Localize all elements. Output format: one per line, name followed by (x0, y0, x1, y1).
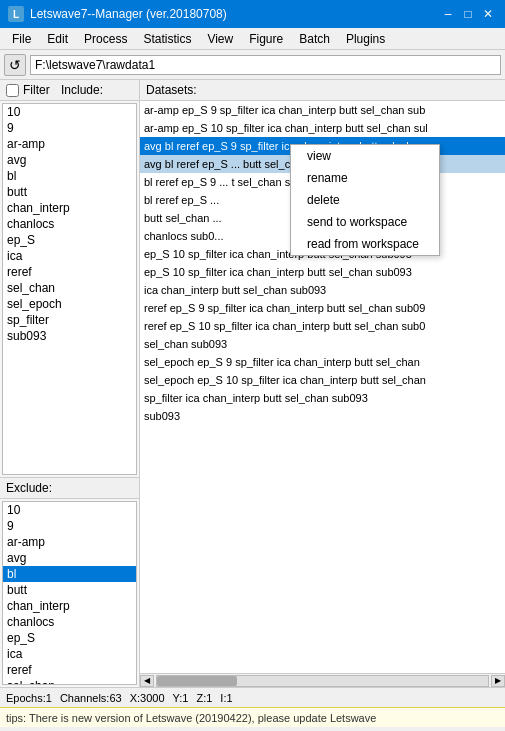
title-bar: L Letswave7--Manager (ver.20180708) – □ … (0, 0, 505, 28)
app-icon: L (8, 6, 24, 22)
dataset-item[interactable]: reref ep_S 10 sp_filter ica chan_interp … (140, 317, 505, 335)
exclude-list-item[interactable]: chanlocs (3, 614, 136, 630)
datasets-label: Datasets: (146, 83, 197, 97)
include-list-item[interactable]: ep_S (3, 232, 136, 248)
main-area: Filter Include: 109ar-ampavgblbuttchan_i… (0, 80, 505, 687)
dataset-item[interactable]: sel_epoch ep_S 10 sp_filter ica chan_int… (140, 371, 505, 389)
include-list-item[interactable]: reref (3, 264, 136, 280)
context-menu-item-delete[interactable]: delete (291, 189, 439, 211)
right-panel: Datasets: ar-amp ep_S 9 sp_filter ica ch… (140, 80, 505, 687)
h-scrollbar-track[interactable] (156, 675, 489, 687)
include-list-item[interactable]: sub093 (3, 328, 136, 344)
i-stat: I:1 (220, 692, 232, 704)
maximize-button[interactable]: □ (459, 5, 477, 23)
scroll-right-button[interactable]: ▶ (491, 675, 505, 687)
include-list-item[interactable]: ica (3, 248, 136, 264)
menu-item-figure[interactable]: Figure (241, 30, 291, 48)
include-section: Filter Include: 109ar-ampavgblbuttchan_i… (0, 80, 139, 477)
title-controls: – □ ✕ (439, 5, 497, 23)
exclude-section: Exclude: 109ar-ampavgblbuttchan_interpch… (0, 477, 139, 687)
include-list-item[interactable]: bl (3, 168, 136, 184)
dataset-item[interactable]: reref ep_S 9 sp_filter ica chan_interp b… (140, 299, 505, 317)
context-menu-item-send-to-workspace[interactable]: send to workspace (291, 211, 439, 233)
context-menu-item-view[interactable]: view (291, 145, 439, 167)
filter-checkbox[interactable] (6, 84, 19, 97)
exclude-label: Exclude: (6, 481, 52, 495)
context-menu-item-rename[interactable]: rename (291, 167, 439, 189)
include-list-item[interactable]: chan_interp (3, 200, 136, 216)
datasets-header: Datasets: (140, 80, 505, 101)
tips-bar: tips: There is new version of Letswave (… (0, 707, 505, 727)
include-list-item[interactable]: avg (3, 152, 136, 168)
context-menu-item-read-from-workspace[interactable]: read from workspace (291, 233, 439, 255)
dataset-item[interactable]: sel_epoch ep_S 9 sp_filter ica chan_inte… (140, 353, 505, 371)
left-panel: Filter Include: 109ar-ampavgblbuttchan_i… (0, 80, 140, 687)
menu-item-batch[interactable]: Batch (291, 30, 338, 48)
status-bar: Epochs:1 Channels:63 X:3000 Y:1 Z:1 I:1 (0, 687, 505, 707)
menu-item-plugins[interactable]: Plugins (338, 30, 393, 48)
include-list-item[interactable]: ar-amp (3, 136, 136, 152)
title-bar-left: L Letswave7--Manager (ver.20180708) (8, 6, 227, 22)
toolbar: ↺ (0, 50, 505, 80)
menu-item-view[interactable]: View (199, 30, 241, 48)
exclude-list-item[interactable]: 9 (3, 518, 136, 534)
scroll-left-button[interactable]: ◀ (140, 675, 154, 687)
include-label: Include: (61, 83, 103, 97)
exclude-list-item[interactable]: ar-amp (3, 534, 136, 550)
dataset-item[interactable]: ica chan_interp butt sel_chan sub093 (140, 281, 505, 299)
menu-item-process[interactable]: Process (76, 30, 135, 48)
include-list-item[interactable]: sel_chan (3, 280, 136, 296)
channels-stat: Channels:63 (60, 692, 122, 704)
back-button[interactable]: ↺ (4, 54, 26, 76)
context-menu: viewrenamedeletesend to workspaceread fr… (290, 144, 440, 256)
dataset-item[interactable]: sub093 (140, 407, 505, 425)
title-text: Letswave7--Manager (ver.20180708) (30, 7, 227, 21)
dataset-item[interactable]: ar-amp ep_S 10 sp_filter ica chan_interp… (140, 119, 505, 137)
exclude-list-item[interactable]: sel_chan (3, 678, 136, 685)
include-list-item[interactable]: chanlocs (3, 216, 136, 232)
exclude-list-item[interactable]: ep_S (3, 630, 136, 646)
dataset-item[interactable]: sel_chan sub093 (140, 335, 505, 353)
tips-text: tips: There is new version of Letswave (… (6, 712, 376, 724)
close-button[interactable]: ✕ (479, 5, 497, 23)
menu-item-file[interactable]: File (4, 30, 39, 48)
dataset-item[interactable]: sp_filter ica chan_interp butt sel_chan … (140, 389, 505, 407)
exclude-list-item[interactable]: ica (3, 646, 136, 662)
include-list-item[interactable]: butt (3, 184, 136, 200)
dataset-item[interactable]: ep_S 10 sp_filter ica chan_interp butt s… (140, 263, 505, 281)
include-list-item[interactable]: sel_epoch (3, 296, 136, 312)
menu-item-edit[interactable]: Edit (39, 30, 76, 48)
menu-bar: FileEditProcessStatisticsViewFigureBatch… (0, 28, 505, 50)
menu-item-statistics[interactable]: Statistics (135, 30, 199, 48)
exclude-list-item[interactable]: 10 (3, 502, 136, 518)
exclude-list-item[interactable]: avg (3, 550, 136, 566)
include-header: Filter Include: (0, 80, 139, 101)
epochs-stat: Epochs:1 (6, 692, 52, 704)
y-stat: Y:1 (173, 692, 189, 704)
include-list-item[interactable]: 9 (3, 120, 136, 136)
exclude-list-item[interactable]: bl (3, 566, 136, 582)
h-scrollbar-area: ◀ ▶ (140, 673, 505, 687)
exclude-header: Exclude: (0, 477, 139, 499)
x-stat: X:3000 (130, 692, 165, 704)
minimize-button[interactable]: – (439, 5, 457, 23)
exclude-list[interactable]: 109ar-ampavgblbuttchan_interpchanlocsep_… (2, 501, 137, 685)
filter-label: Filter (23, 83, 50, 97)
include-list-item[interactable]: sp_filter (3, 312, 136, 328)
dataset-item[interactable]: ar-amp ep_S 9 sp_filter ica chan_interp … (140, 101, 505, 119)
exclude-list-item[interactable]: butt (3, 582, 136, 598)
path-input[interactable] (30, 55, 501, 75)
z-stat: Z:1 (196, 692, 212, 704)
h-scrollbar-thumb[interactable] (157, 676, 237, 686)
exclude-list-item[interactable]: chan_interp (3, 598, 136, 614)
exclude-list-item[interactable]: reref (3, 662, 136, 678)
include-list[interactable]: 109ar-ampavgblbuttchan_interpchanlocsep_… (2, 103, 137, 475)
include-list-item[interactable]: 10 (3, 104, 136, 120)
status-stats: Epochs:1 Channels:63 X:3000 Y:1 Z:1 I:1 (6, 692, 233, 704)
